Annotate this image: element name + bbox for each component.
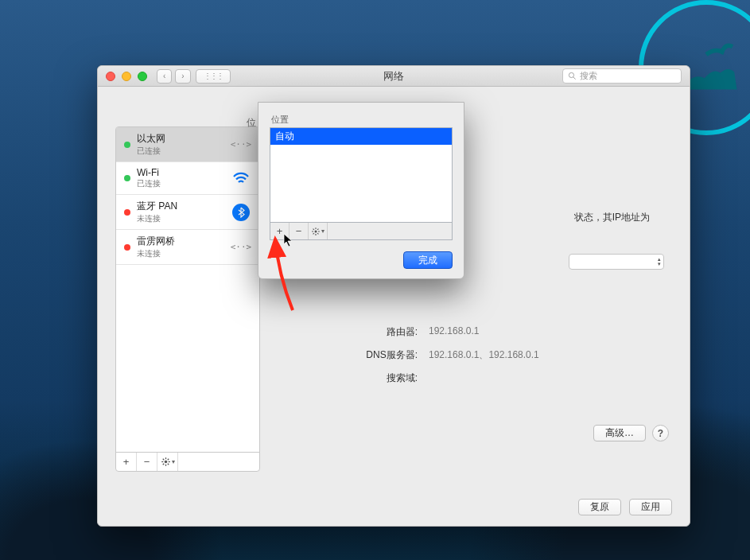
titlebar: ‹ › ⋮⋮⋮ 网络 搜索 — [98, 66, 690, 87]
svg-point-2 — [164, 461, 167, 464]
service-status: 已连接 — [137, 146, 224, 157]
service-name: 蓝牙 PAN — [137, 200, 224, 213]
config-dropdown[interactable]: ▴▾ — [569, 254, 664, 270]
remove-service-button[interactable]: − — [137, 453, 157, 471]
traffic-lights — [106, 72, 147, 81]
chevron-down-icon: ▾ — [321, 228, 324, 235]
ethernet-icon: <··> — [231, 138, 251, 152]
svg-line-8 — [167, 464, 168, 465]
locations-label: 位置 — [270, 114, 453, 127]
apply-button[interactable]: 应用 — [629, 499, 672, 515]
router-value: 192.168.0.1 — [429, 325, 479, 339]
service-ethernet[interactable]: 以太网 已连接 <··> — [116, 127, 259, 162]
back-button[interactable]: ‹ — [157, 69, 172, 84]
gear-icon — [311, 227, 321, 236]
add-location-button[interactable]: + — [270, 223, 290, 239]
add-service-button[interactable]: + — [116, 453, 137, 471]
locations-listbox[interactable]: 自动 — [270, 127, 453, 223]
svg-point-11 — [315, 230, 317, 232]
stepper-icon: ▴▾ — [658, 257, 661, 266]
minimize-button[interactable] — [122, 72, 131, 81]
search-domain-label: 搜索域: — [322, 371, 418, 385]
service-name: 雷雳网桥 — [137, 235, 224, 248]
services-sidebar: 以太网 已连接 <··> Wi-Fi 已连接 — [115, 126, 260, 472]
remove-location-button[interactable]: − — [290, 223, 309, 239]
svg-line-10 — [167, 459, 168, 460]
done-button[interactable]: 完成 — [403, 251, 453, 269]
service-name: 以太网 — [137, 132, 224, 146]
svg-line-16 — [313, 228, 314, 229]
gear-icon — [161, 457, 171, 467]
location-item[interactable]: 自动 — [270, 128, 452, 145]
status-dot-icon — [124, 244, 130, 251]
sidebar-footer: + − ▾ — [116, 452, 259, 471]
service-wifi[interactable]: Wi-Fi 已连接 — [116, 162, 259, 195]
svg-line-1 — [573, 77, 576, 80]
service-status: 未连接 — [137, 248, 224, 259]
svg-line-19 — [317, 228, 318, 229]
router-label: 路由器: — [322, 325, 418, 339]
service-bluetooth-pan[interactable]: 蓝牙 PAN 未连接 — [116, 195, 259, 230]
dns-value: 192.168.0.1、192.168.0.1 — [429, 348, 539, 362]
forward-button[interactable]: › — [175, 69, 190, 84]
location-actions-menu[interactable]: ▾ — [309, 223, 328, 239]
svg-line-18 — [313, 233, 314, 234]
wifi-icon — [231, 171, 251, 185]
restore-button[interactable]: 复原 — [578, 499, 621, 515]
svg-line-7 — [162, 459, 163, 460]
sheet-toolbar-spacer — [328, 223, 452, 239]
svg-line-17 — [317, 233, 318, 234]
service-actions-menu[interactable]: ▾ — [157, 453, 178, 471]
window-title: 网络 — [383, 69, 404, 84]
locations-sheet: 位置 自动 + − ▾ 完成 — [258, 102, 464, 279]
show-all-button[interactable]: ⋮⋮⋮ — [196, 69, 231, 84]
svg-point-0 — [569, 72, 573, 77]
help-button[interactable]: ? — [652, 425, 669, 441]
chevron-down-icon: ▾ — [172, 458, 175, 465]
search-icon — [568, 72, 577, 80]
status-dot-icon — [124, 142, 130, 148]
svg-line-9 — [162, 464, 163, 465]
bridge-icon: <··> — [231, 240, 251, 255]
search-input[interactable]: 搜索 — [562, 68, 682, 84]
status-dot-icon — [124, 209, 130, 216]
search-placeholder: 搜索 — [580, 70, 597, 82]
service-status: 未连接 — [137, 213, 224, 224]
zoom-button[interactable] — [138, 72, 147, 81]
status-dot-icon — [124, 175, 130, 181]
service-name: Wi-Fi — [137, 167, 224, 178]
location-label-partial: 位 — [247, 116, 256, 130]
bluetooth-icon — [231, 205, 251, 220]
service-status: 已连接 — [137, 178, 224, 189]
dns-label: DNS服务器: — [322, 348, 418, 362]
status-fragment: 状态，其IP地址为 — [574, 211, 650, 224]
service-thunderbolt-bridge[interactable]: 雷雳网桥 未连接 <··> — [116, 230, 259, 265]
advanced-button[interactable]: 高级… — [593, 425, 646, 441]
close-button[interactable] — [106, 72, 115, 81]
